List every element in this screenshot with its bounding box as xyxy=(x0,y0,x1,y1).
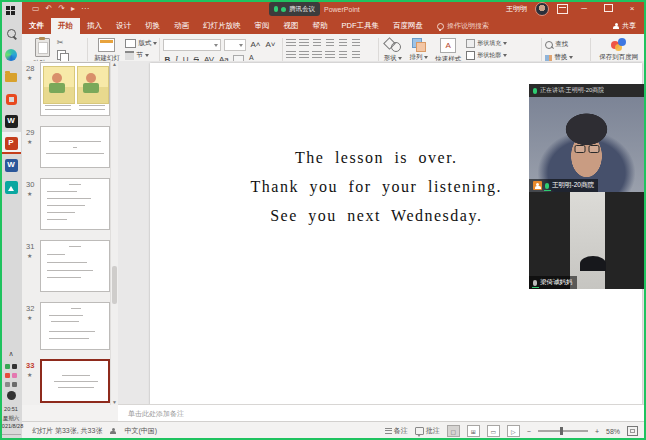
tray-network-icon[interactable] xyxy=(5,382,10,387)
tray-icons-row1[interactable] xyxy=(5,364,17,369)
slide-item-30[interactable]: 30 ★ xyxy=(22,178,118,234)
shape-outline-button[interactable]: 形状轮廓 xyxy=(466,51,507,60)
grow-font-icon[interactable]: A˄ xyxy=(249,41,261,49)
align-center-icon[interactable] xyxy=(299,51,309,60)
scrollbar-thumb[interactable] xyxy=(112,266,117,304)
customize-qat-icon[interactable]: ⋯ xyxy=(81,5,89,13)
increase-indent-icon[interactable] xyxy=(326,39,334,48)
tab-view[interactable]: 视图 xyxy=(277,18,306,34)
section-button[interactable]: 节 xyxy=(125,51,157,60)
tab-design[interactable]: 设计 xyxy=(109,18,138,34)
taskbar-edge-button[interactable] xyxy=(1,44,21,66)
taskbar-powerpoint-button[interactable]: P xyxy=(1,132,21,154)
meeting-video-panel[interactable]: 正在讲话:王明明-20商院 王明明-20商院 梁倚诚妈妈 xyxy=(529,84,644,289)
taskbar-word-button[interactable]: W xyxy=(1,154,21,176)
comments-toggle-button[interactable]: 批注 xyxy=(415,426,440,436)
taskbar-meeting-button[interactable] xyxy=(1,176,21,198)
taskbar-office-button[interactable] xyxy=(1,88,21,110)
ribbon-display-options-icon[interactable] xyxy=(557,4,568,14)
slideshow-view-button[interactable]: ▷ xyxy=(507,425,520,437)
restore-button[interactable] xyxy=(600,4,616,14)
tray-expand-chevron-icon[interactable]: ∧ xyxy=(8,350,13,362)
taskbar-search-button[interactable] xyxy=(1,22,21,44)
notes-toggle-button[interactable]: 备注 xyxy=(385,426,408,436)
numbering-icon[interactable] xyxy=(299,39,309,48)
justify-icon[interactable] xyxy=(325,51,335,60)
tray-icon-pink[interactable] xyxy=(12,373,17,378)
fit-to-window-icon[interactable] xyxy=(627,426,638,436)
slide-item-28[interactable]: 28 ★ xyxy=(22,62,118,120)
close-button[interactable]: × xyxy=(624,5,640,13)
tab-insert[interactable]: 插入 xyxy=(80,18,109,34)
start-button[interactable] xyxy=(1,0,21,22)
cut-icon[interactable]: ✂ xyxy=(57,39,66,47)
zoom-in-button[interactable]: + xyxy=(595,428,599,435)
tab-home[interactable]: 开始 xyxy=(51,18,80,34)
tray-icons-row3[interactable] xyxy=(5,382,17,387)
tab-review[interactable]: 审阅 xyxy=(248,18,277,34)
share-button[interactable]: 共享 xyxy=(603,18,646,34)
tray-icon-green[interactable] xyxy=(5,364,10,369)
slide-thumbnail[interactable] xyxy=(40,178,110,230)
find-button[interactable]: 查找 xyxy=(545,40,574,49)
font-size-combobox[interactable] xyxy=(224,39,246,51)
tray-volume-icon[interactable] xyxy=(12,382,17,387)
notes-pane[interactable]: 单击此处添加备注 xyxy=(118,404,646,422)
taskbar-explorer-button[interactable] xyxy=(1,66,21,88)
start-slideshow-icon[interactable]: ▸ xyxy=(71,5,75,13)
slide-thumbnail[interactable] xyxy=(40,126,110,168)
zoom-out-button[interactable]: − xyxy=(527,428,531,435)
line-spacing-icon[interactable] xyxy=(339,39,347,48)
reading-view-button[interactable]: ▭ xyxy=(487,425,500,437)
layout-button[interactable]: 版式 xyxy=(125,39,157,48)
slide-thumbnail[interactable] xyxy=(40,240,110,292)
participant-video-1[interactable]: 王明明-20商院 xyxy=(529,97,644,192)
normal-view-button[interactable]: ▢ xyxy=(447,425,460,437)
align-right-icon[interactable] xyxy=(312,51,322,60)
show-desktop-button[interactable] xyxy=(1,434,21,440)
bullets-icon[interactable] xyxy=(286,39,296,48)
meeting-mini-bar[interactable]: 腾讯会议 xyxy=(269,2,320,16)
slide-thumbnail[interactable] xyxy=(40,62,110,116)
slide-sorter-view-button[interactable]: ⊞ xyxy=(467,425,480,437)
tray-icons-row2[interactable] xyxy=(5,373,17,378)
text-direction-icon[interactable] xyxy=(352,39,360,48)
scroll-down-icon[interactable]: ▼ xyxy=(111,399,118,405)
tray-mic-icon[interactable] xyxy=(12,364,17,369)
redo-icon[interactable]: ↷ xyxy=(58,5,65,13)
font-name-combobox[interactable] xyxy=(163,39,221,51)
tab-animations[interactable]: 动画 xyxy=(167,18,196,34)
slide-thumbnail[interactable] xyxy=(40,302,110,350)
tab-slideshow[interactable]: 幻灯片放映 xyxy=(196,18,248,34)
tell-me-search[interactable]: 操作说明搜索 xyxy=(430,18,496,34)
account-name[interactable]: 王明明 xyxy=(506,4,527,14)
align-left-icon[interactable] xyxy=(286,51,296,60)
slide-thumbnail-selected[interactable] xyxy=(40,359,110,403)
zoom-slider-thumb[interactable] xyxy=(560,427,563,435)
zoom-percentage[interactable]: 58% xyxy=(606,428,620,435)
tab-file[interactable]: 文件 xyxy=(22,18,51,34)
accessibility-icon[interactable] xyxy=(110,428,116,435)
zoom-slider[interactable] xyxy=(538,430,588,432)
scroll-up-icon[interactable]: ▲ xyxy=(111,61,118,67)
tab-transitions[interactable]: 切换 xyxy=(138,18,167,34)
slide-item-31[interactable]: 31 ★ xyxy=(22,240,118,296)
shrink-font-icon[interactable]: A˅ xyxy=(264,41,276,49)
undo-icon[interactable]: ↶ xyxy=(46,5,53,13)
copy-icon[interactable] xyxy=(57,50,66,60)
smartart-convert-icon[interactable] xyxy=(352,51,360,60)
taskbar-clock[interactable]: 20:51 星期六 2021/8/28 xyxy=(0,405,23,430)
tab-help[interactable]: 帮助 xyxy=(306,18,335,34)
slide-item-33[interactable]: 33 ★ xyxy=(22,359,118,405)
slide-item-29[interactable]: 29 ★ xyxy=(22,126,118,172)
participant-video-2[interactable]: 梁倚诚妈妈 xyxy=(529,192,644,289)
minimize-button[interactable]: ─ xyxy=(576,5,592,13)
tab-baidu-netdisk[interactable]: 百度网盘 xyxy=(386,18,430,34)
decrease-indent-icon[interactable] xyxy=(313,39,321,48)
tray-icon-red[interactable] xyxy=(5,373,10,378)
tab-pdf-tools[interactable]: PDF工具集 xyxy=(335,18,387,34)
columns-icon[interactable] xyxy=(339,51,347,60)
save-icon[interactable]: ▭ xyxy=(32,5,40,13)
account-avatar[interactable] xyxy=(535,2,549,16)
thumbnail-scrollbar[interactable]: ▲ ▼ xyxy=(110,61,118,405)
